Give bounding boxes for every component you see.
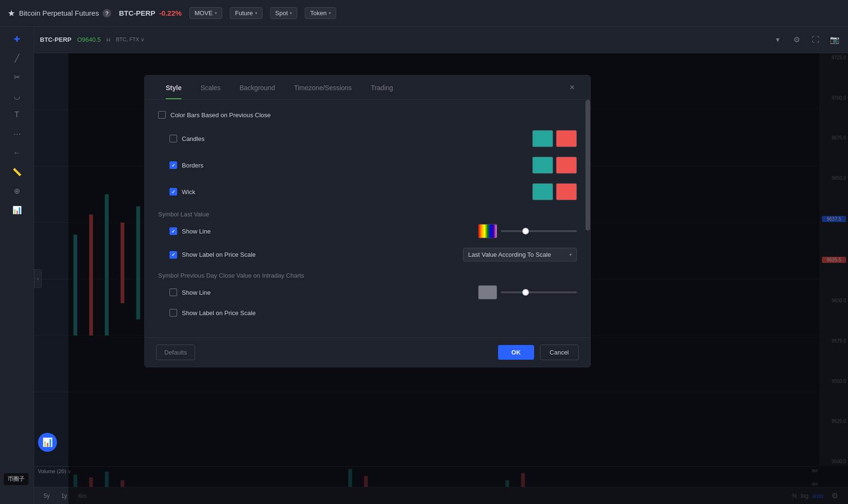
spot-label: Spot — [275, 9, 288, 17]
borders-row: Borders — [158, 157, 577, 174]
chart-type-button[interactable]: 📊 — [38, 433, 57, 452]
candles-checkbox[interactable] — [170, 135, 177, 142]
chart-header: BTC-PERP O9640.5 H BTC, FTX ∨ ▾ ⚙ ⛶ 📷 — [34, 27, 848, 53]
borders-checkbox[interactable] — [170, 161, 177, 169]
color-bars-checkbox-wrapper: Color Bars Based on Previous Close — [158, 111, 271, 119]
candles-row: Candles — [158, 130, 577, 147]
prev-line-slider-container — [501, 291, 577, 293]
symbol-prev-day-label: Symbol Previous Day Close Value on Intra… — [158, 272, 304, 279]
prev-show-label-row: Show Label on Price Scale — [158, 309, 577, 317]
timeframe-5y[interactable]: 5y — [40, 491, 54, 501]
prev-show-line-controls — [478, 285, 577, 299]
chart-icon[interactable]: 📊 — [8, 201, 27, 218]
show-line-checkbox[interactable] — [170, 227, 177, 235]
move-dropdown[interactable]: MOVE ▾ — [189, 7, 222, 19]
line-slider-track[interactable] — [501, 230, 577, 232]
line-color-swatch[interactable] — [478, 224, 497, 238]
symbol-last-value-section: Symbol Last Value — [158, 210, 577, 218]
tab-style[interactable]: Style — [156, 75, 191, 99]
camera-icon[interactable]: 📷 — [827, 32, 842, 47]
token-dropdown[interactable]: Token ▾ — [305, 7, 336, 19]
prev-show-line-checkbox[interactable] — [170, 289, 177, 296]
wick-row: Wick — [158, 183, 577, 200]
borders-green-swatch[interactable] — [532, 157, 553, 174]
chart-subtitle: H — [106, 37, 110, 43]
wick-green-swatch[interactable] — [532, 183, 553, 200]
settings-icon[interactable]: ⚙ — [789, 32, 804, 47]
borders-label: Borders — [182, 162, 204, 169]
modal-overlay[interactable]: Style Scales Background Timezone/Session… — [68, 53, 848, 504]
fullscreen-icon[interactable]: ⛶ — [808, 32, 823, 47]
watermark: 币圈子 — [4, 473, 28, 485]
candles-red-swatch[interactable] — [556, 130, 577, 147]
chart-header-right: ▾ ⚙ ⛶ 📷 — [770, 32, 842, 47]
zoom-in-icon[interactable]: ⊕ — [8, 182, 27, 199]
line-tool-icon[interactable]: ╱ — [8, 49, 27, 66]
ok-button[interactable]: OK — [498, 345, 534, 360]
settings-modal: Style Scales Background Timezone/Session… — [144, 75, 591, 367]
show-label-label: Show Label on Price Scale — [182, 251, 255, 258]
show-label-checkbox[interactable] — [170, 251, 177, 259]
chart-symbol: BTC-PERP — [40, 36, 71, 43]
modal-tabs: Style Scales Background Timezone/Session… — [145, 75, 590, 100]
prev-line-slider-thumb[interactable] — [522, 289, 529, 296]
color-bars-checkbox[interactable] — [158, 111, 166, 119]
future-dropdown[interactable]: Future ▾ — [230, 7, 263, 19]
node-icon[interactable]: ⋯ — [8, 125, 27, 142]
price-change: -0.22% — [159, 9, 182, 17]
help-icon[interactable]: ? — [103, 9, 111, 18]
cancel-button[interactable]: Cancel — [540, 345, 579, 360]
line-slider-thumb[interactable] — [522, 228, 529, 234]
spot-arrow-icon: ▾ — [290, 10, 292, 16]
prev-show-label-label: Show Label on Price Scale — [182, 309, 255, 317]
wick-red-swatch[interactable] — [556, 183, 577, 200]
back-icon[interactable]: ← — [8, 144, 27, 161]
symbol-prev-day-section: Symbol Previous Day Close Value on Intra… — [158, 271, 577, 280]
wick-checkbox[interactable] — [170, 188, 177, 196]
defaults-button[interactable]: Defaults — [156, 345, 195, 360]
prev-show-label-checkbox[interactable] — [170, 309, 177, 317]
left-sidebar: ✚ ╱ ✂ ◡ T ⋯ ← 📏 ⊕ 📊 — [0, 27, 34, 504]
modal-scrollbar-thumb[interactable] — [585, 100, 590, 231]
star-icon[interactable]: ★ — [8, 8, 15, 19]
prev-line-color-swatch[interactable] — [478, 285, 497, 299]
text-icon[interactable]: T — [8, 106, 27, 123]
scissors-icon[interactable]: ✂ — [8, 68, 27, 85]
tab-scales[interactable]: Scales — [191, 75, 230, 99]
tab-background[interactable]: Background — [230, 75, 285, 99]
prev-line-slider-track[interactable] — [501, 291, 577, 293]
show-label-row: Show Label on Price Scale Last Value Acc… — [158, 248, 577, 261]
show-label-dropdown[interactable]: Last Value According To Scale ▾ — [463, 248, 577, 261]
wick-colors — [532, 183, 577, 200]
modal-close-button[interactable]: × — [565, 81, 579, 94]
modal-content: Color Bars Based on Previous Close Candl… — [145, 100, 590, 337]
modal-scrollbar-track[interactable] — [585, 100, 590, 337]
future-label: Future — [235, 9, 253, 17]
wick-checkbox-wrapper: Wick — [170, 188, 195, 196]
prev-show-label-checkbox-wrapper: Show Label on Price Scale — [170, 309, 255, 317]
spot-dropdown[interactable]: Spot ▾ — [270, 7, 298, 19]
ruler-icon[interactable]: 📏 — [8, 163, 27, 180]
borders-red-swatch[interactable] — [556, 157, 577, 174]
candles-checkbox-wrapper: Candles — [170, 135, 205, 142]
chart-btc-label[interactable]: BTC, FTX ∨ — [116, 37, 144, 43]
token-arrow-icon: ▾ — [329, 10, 331, 16]
color-bars-row: Color Bars Based on Previous Close — [158, 111, 577, 119]
show-label-dropdown-arrow-icon: ▾ — [569, 252, 572, 257]
tab-trading[interactable]: Trading — [361, 75, 403, 99]
down-arrow-icon[interactable]: ▾ — [770, 32, 785, 47]
header-title: ★ Bitcoin Perpetual Futures ? BTC-PERP -… — [8, 8, 182, 19]
candles-green-swatch[interactable] — [532, 130, 553, 147]
future-arrow-icon: ▾ — [255, 10, 257, 16]
crosshair-icon[interactable]: ✚ — [8, 30, 27, 47]
borders-checkbox-wrapper: Borders — [170, 161, 204, 169]
tab-timezone[interactable]: Timezone/Sessions — [284, 75, 361, 99]
header-ticker: BTC-PERP — [119, 9, 155, 17]
chart-area: BTC-PERP O9640.5 H BTC, FTX ∨ ▾ ⚙ ⛶ 📷 — [34, 27, 848, 504]
arc-icon[interactable]: ◡ — [8, 87, 27, 104]
borders-colors — [532, 157, 577, 174]
symbol-last-value-label: Symbol Last Value — [158, 211, 209, 218]
show-line-row: Show Line — [158, 224, 577, 238]
collapse-sidebar-icon[interactable]: ‹ — [34, 269, 42, 288]
candles-label: Candles — [182, 135, 205, 142]
